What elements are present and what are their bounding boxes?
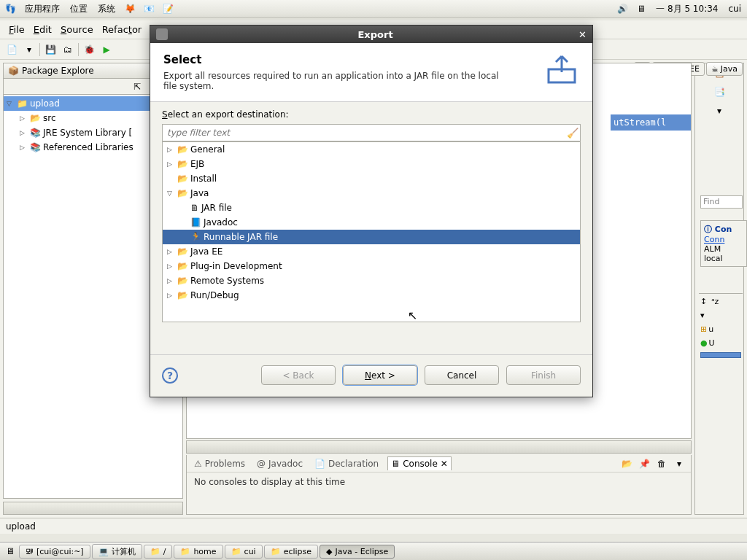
- export-destination-tree[interactable]: ▷📂General ▷📂EJB 📂Install ▽📂Java 🗎JAR fil…: [162, 141, 581, 322]
- clear-fil

-icon[interactable]: 🧹: [565, 128, 580, 139]
- perspective-java[interactable]: ☕ Java: [706, 62, 743, 76]
- user-menu[interactable]: cui: [725, 2, 744, 15]
- save-icon[interactable]: 💾: [43, 42, 58, 57]
- tree-general[interactable]: ▷📂General: [163, 142, 580, 157]
- sound-icon[interactable]: 🔊: [615, 1, 630, 16]
- find-input[interactable]: Find: [700, 195, 743, 209]
- tree-install[interactable]: 📂Install: [163, 171, 580, 186]
- tree-java-ee[interactable]: ▷📂Java EE: [163, 244, 580, 259]
- network-icon[interactable]: 🖥: [634, 1, 649, 16]
- runnable-jar-icon: 🏃: [190, 232, 201, 242]
- editor-text-peek: utStream(l: [611, 114, 692, 131]
- export-dialog: Export ✕ Select Export all resources req…: [150, 25, 593, 397]
- tree-runnable-jar[interactable]: 🏃Runnable JAR file: [163, 230, 580, 244]
- folder-icon: 📂: [177, 144, 188, 155]
- project-icon: 📁: [17, 98, 28, 109]
- folder-icon: 📂: [177, 159, 188, 169]
- clock-text[interactable]: 一 8月 5 10:34: [653, 1, 721, 17]
- folder-icon: 📂: [177, 290, 188, 300]
- console-pin-icon[interactable]: 📌: [637, 456, 651, 471]
- outline-filter-icon[interactable]: ᵃz: [711, 297, 719, 306]
- folder-icon: 📂: [177, 174, 188, 184]
- expand-right-icon[interactable]: ▷: [20, 129, 28, 136]
- export-banner-icon: [544, 53, 579, 88]
- mail-icon[interactable]: 📧: [142, 1, 156, 16]
- tree-ejb[interactable]: ▷📂EJB: [163, 157, 580, 171]
- dialog-title-text: Export: [172, 29, 578, 40]
- menu-source[interactable]: Source: [61, 24, 93, 35]
- menu-edit[interactable]: Edit: [34, 24, 52, 35]
- console-body: No consoles to display at this time: [187, 472, 691, 491]
- console-clear-icon[interactable]: 🗑: [654, 456, 669, 471]
- menu-refactor[interactable]: Refactor: [102, 24, 142, 35]
- next-button[interactable]: Next >: [343, 365, 417, 385]
- task-eclipse-folder[interactable]: 📁 eclipse: [264, 545, 318, 559]
- expand-down-icon[interactable]: ▽: [7, 100, 15, 107]
- save-all-icon[interactable]: 🗂: [61, 42, 75, 57]
- outline-sort-icon[interactable]: ↕: [700, 297, 707, 306]
- run-icon[interactable]: ▶: [99, 42, 114, 57]
- tab-problems[interactable]: ⚠ Problems: [191, 457, 248, 470]
- console-open-icon[interactable]: 📂: [619, 456, 634, 471]
- debug-icon[interactable]: 🐞: [82, 42, 96, 57]
- alm-connect-link[interactable]: Conn: [704, 235, 743, 244]
- scrollbar[interactable]: [3, 502, 183, 515]
- tasks-icon[interactable]: 📑: [713, 85, 726, 98]
- bottom-views-panel: ⚠ Problems @ Javadoc 📄 Declaration 🖥 Con…: [186, 455, 692, 515]
- package-explorer-title: Package Explore: [22, 66, 94, 76]
- tab-console[interactable]: 🖥 Console ✕: [387, 456, 452, 470]
- alm-panel: ⓘ Con Conn ALM local: [700, 220, 747, 267]
- tree-run-debug[interactable]: ▷📂Run/Debug: [163, 288, 580, 303]
- tree-jar-file[interactable]: 🗎JAR file: [163, 201, 580, 215]
- show-desktop-icon[interactable]: 🖥: [3, 544, 18, 559]
- task-terminal[interactable]: 🖳 [cui@cui:~]: [19, 545, 90, 559]
- status-bar: upload: [0, 518, 747, 534]
- chevron-down-icon[interactable]: ▾: [713, 104, 726, 117]
- firefox-icon[interactable]: 🦊: [123, 1, 137, 16]
- select-destination-label: Select an export destination:: [162, 109, 581, 120]
- help-button[interactable]: ?: [162, 368, 178, 384]
- task-home[interactable]: 📁 home: [174, 545, 222, 559]
- tab-declaration[interactable]: 📄 Declaration: [311, 457, 382, 470]
- jar-file-icon: 🗎: [190, 203, 199, 213]
- tab-javadoc[interactable]: @ Javadoc: [254, 457, 306, 470]
- tree-plugin[interactable]: ▷📂Plug-in Development: [163, 259, 580, 273]
- chevron-down-icon[interactable]: ▾: [22, 42, 36, 57]
- filter-text-input[interactable]: [163, 125, 565, 141]
- package-dot-icon: ⊞: [700, 324, 707, 334]
- task-computer[interactable]: 💻 计算机: [92, 544, 142, 559]
- status-text: upload: [6, 521, 36, 532]
- cancel-button[interactable]: Cancel: [425, 365, 499, 385]
- tree-java[interactable]: ▽📂Java: [163, 186, 580, 201]
- gnome-menu-places[interactable]: 位置: [67, 1, 90, 17]
- task-cui[interactable]: 📁 cui: [225, 545, 263, 559]
- class-dot-icon: ●: [700, 338, 708, 348]
- tree-remote[interactable]: ▷📂Remote Systems: [163, 273, 580, 288]
- task-eclipse-app[interactable]: ◆ Java - Eclipse: [320, 545, 395, 559]
- expand-right-icon[interactable]: ▷: [20, 144, 28, 151]
- collapse-icon[interactable]: ⇱: [130, 79, 144, 94]
- folder-icon: 📂: [177, 246, 188, 257]
- dialog-close-icon[interactable]: ✕: [578, 29, 587, 40]
- expand-right-icon[interactable]: ▷: [20, 114, 28, 122]
- menu-file[interactable]: File: [9, 24, 25, 35]
- scrollbar[interactable]: [186, 440, 692, 454]
- new-icon[interactable]: 📄: [4, 42, 19, 57]
- source-folder-icon: 📂: [30, 113, 41, 123]
- back-button: < Back: [261, 365, 336, 385]
- folder-open-icon: 📂: [177, 188, 188, 198]
- gnome-menu-system[interactable]: 系统: [95, 1, 118, 17]
- notes-icon[interactable]: 📝: [160, 1, 175, 16]
- right-trim-stack: 📋 📑 ▾: [694, 63, 744, 515]
- folder-icon: 📂: [177, 261, 188, 271]
- tree-javadoc[interactable]: 📘Javadoc: [163, 215, 580, 230]
- dialog-titlebar[interactable]: Export ✕: [150, 26, 592, 43]
- outline-trim: ↕ᵃz ▾ ⊞ u ● U: [699, 293, 743, 361]
- wizard-page-desc: Export all resources required to run an …: [163, 71, 514, 91]
- gnome-menu-apps[interactable]: 应用程序: [22, 1, 63, 17]
- library-icon: 📚: [30, 142, 41, 152]
- view-menu-icon[interactable]: ▾: [672, 456, 686, 471]
- chevron-down-icon[interactable]: ▾: [700, 311, 741, 320]
- task-root[interactable]: 📁 /: [144, 545, 173, 559]
- gnome-foot-icon[interactable]: 👣: [3, 1, 18, 16]
